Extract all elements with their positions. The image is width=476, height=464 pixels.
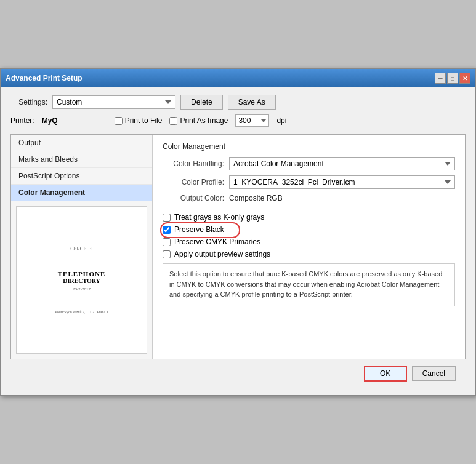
print-as-image-checkbox[interactable] (169, 117, 177, 125)
maximize-button[interactable]: □ (447, 73, 458, 84)
save-as-button[interactable]: Save As (228, 95, 276, 110)
description-text: Select this option to ensure that pure K… (169, 270, 442, 298)
section-title: Color Management (163, 142, 455, 151)
bottom-bar: OK Cancel (10, 359, 466, 388)
color-profile-row: Color Profile: 1_KYOCERA_3252ci_Pcl_Driv… (163, 175, 455, 189)
preserve-black-label: Preserve Black (174, 225, 224, 234)
treat-grays-checkbox[interactable] (163, 214, 171, 222)
close-button[interactable]: ✕ (459, 73, 470, 84)
window-title: Advanced Print Setup (6, 74, 83, 82)
dpi-label: dpi (276, 116, 286, 125)
dpi-select[interactable]: 300 (235, 114, 269, 127)
preserve-black-row: Preserve Black (163, 225, 455, 234)
color-handling-row: Color Handling: Acrobat Color Management (163, 157, 455, 170)
advanced-print-setup-window: Advanced Print Setup ─ □ ✕ Settings: Cus… (0, 68, 476, 396)
minimize-button[interactable]: ─ (435, 73, 446, 84)
print-to-file-group: Print to File (115, 116, 163, 125)
sidebar-item-output[interactable]: Output (11, 135, 152, 151)
print-to-file-label: Print to File (125, 116, 163, 125)
color-profile-select[interactable]: 1_KYOCERA_3252ci_Pcl_Driver.icm (229, 175, 455, 189)
cancel-button[interactable]: Cancel (412, 366, 456, 381)
description-box: Select this option to ensure that pure K… (163, 263, 455, 306)
sidebar-item-marks-bleeds[interactable]: Marks and Bleeds (11, 151, 152, 168)
apply-output-row: Apply output preview settings (163, 250, 455, 258)
output-color-label: Output Color: (163, 194, 224, 202)
treat-grays-row: Treat grays as K-only grays (163, 213, 455, 222)
print-as-image-label: Print As Image (180, 116, 228, 125)
sidebar-item-postscript[interactable]: PostScript Options (11, 168, 152, 185)
color-handling-label: Color Handling: (163, 159, 224, 168)
settings-row: Settings: Custom Delete Save As (10, 95, 466, 110)
settings-select[interactable]: Custom (52, 95, 175, 109)
preview-cerge: CERGE-EI (55, 246, 108, 252)
printer-row: Printer: MyQ Print to File Print As Imag… (10, 114, 466, 127)
preview-date: 23-2-2017 (55, 287, 108, 292)
color-profile-label: Color Profile: (163, 178, 224, 186)
divider (163, 209, 455, 209)
window-body: Settings: Custom Delete Save As Printer:… (1, 87, 475, 395)
sidebar-item-color-management[interactable]: Color Management (11, 185, 152, 201)
printer-label: Printer: (10, 116, 34, 125)
output-color-value: Composite RGB (229, 194, 283, 202)
print-as-image-group: Print As Image (169, 116, 228, 125)
apply-output-label: Apply output preview settings (174, 250, 270, 258)
preview-content: CERGE-EI TELEPHONE DIRECTORY 23-2-2017 P… (49, 240, 114, 320)
settings-label: Settings: (10, 98, 47, 106)
output-color-row: Output Color: Composite RGB (163, 194, 455, 202)
left-panel: Output Marks and Bleeds PostScript Optio… (11, 135, 153, 359)
right-panel: Color Management Color Handling: Acrobat… (153, 135, 465, 359)
preserve-cmyk-checkbox[interactable] (163, 238, 171, 246)
ok-button[interactable]: OK (364, 366, 407, 382)
preserve-black-checkbox[interactable] (163, 226, 171, 234)
delete-button[interactable]: Delete (180, 95, 223, 110)
treat-grays-label: Treat grays as K-only grays (174, 213, 264, 222)
color-handling-select[interactable]: Acrobat Color Management (229, 157, 455, 170)
printer-name: MyQ (42, 116, 58, 125)
preserve-cmyk-row: Preserve CMYK Primaries (163, 238, 455, 246)
preserve-cmyk-label: Preserve CMYK Primaries (174, 238, 260, 246)
preview-title1: TELEPHONE (55, 270, 108, 278)
preview-address: Politických vězňů 7, 111 21 Praha 1 (55, 310, 108, 314)
preview-title2: DIRECTORY (55, 278, 108, 284)
preview-box: CERGE-EI TELEPHONE DIRECTORY 23-2-2017 P… (16, 206, 147, 354)
nav-list: Output Marks and Bleeds PostScript Optio… (11, 135, 152, 201)
title-bar-controls: ─ □ ✕ (435, 73, 470, 84)
title-bar: Advanced Print Setup ─ □ ✕ (1, 69, 475, 87)
apply-output-checkbox[interactable] (163, 250, 171, 258)
main-area: Output Marks and Bleeds PostScript Optio… (10, 134, 466, 359)
print-to-file-checkbox[interactable] (115, 117, 123, 125)
